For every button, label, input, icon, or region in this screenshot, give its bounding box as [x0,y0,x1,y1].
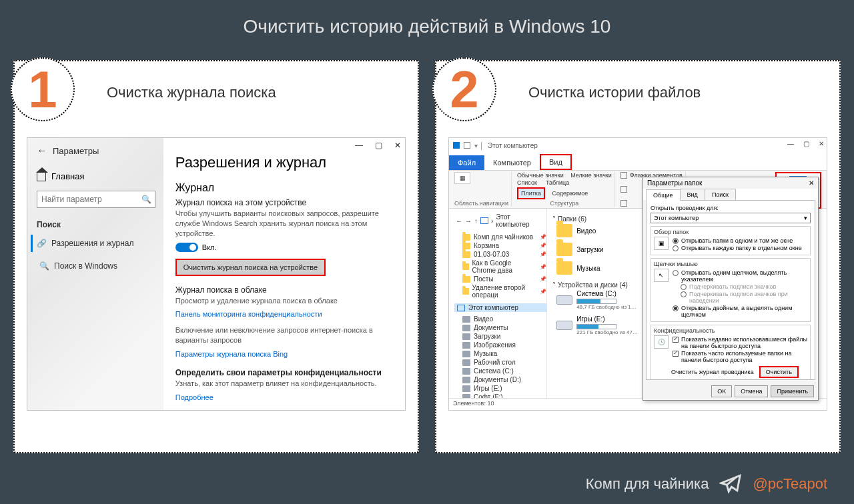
sidebar-item[interactable]: Система (C:) [454,367,546,375]
home-icon [37,172,46,181]
panel-2-title: Очистка истории файлов [528,84,827,101]
nav-item-label: Поиск в Windows [54,261,117,271]
sidebar-item[interactable]: Видео [454,315,546,323]
sidebar-item[interactable]: Документы [454,323,546,332]
explorer-sidebar[interactable]: ←→↑ › Этот компьютер Комп для чайников📌К… [449,209,547,398]
explorer-window-buttons[interactable]: — ▢ ✕ [787,140,824,147]
sidebar-item[interactable]: Софт (F:) [454,393,546,398]
radio-single-click[interactable]: Открывать одним щелчком, выделять указат… [673,269,807,283]
open-explorer-for-select[interactable]: Этот компьютер▾ [651,213,811,223]
page-title: Очистить историю действий в Windows 10 [244,16,611,37]
folder-icon [462,263,469,270]
drive-icon [462,325,470,331]
check-recent-files[interactable]: Показать недавно использовавшиеся файлы … [673,336,807,349]
link-more[interactable]: Подробнее [175,393,214,401]
sidebar-this-pc[interactable]: Этот компьютер [454,303,546,312]
device-journal-toggle[interactable]: Вкл. [175,243,396,252]
folder-icon [556,224,572,237]
pc-icon [480,217,488,224]
folder-icon [556,261,572,275]
tab-file[interactable]: Файл [449,155,484,170]
sidebar-item[interactable]: Изображения [454,341,546,349]
footer-text: Комп для чайника [586,475,709,493]
folder-options-dialog: Параметры папок ✕ Общие Вид Поиск Открыт… [643,177,819,401]
clear-device-journal-button[interactable]: Очистить журнал поиска на устройстве [175,259,326,276]
window-buttons[interactable]: — ▢ ✕ [355,141,401,150]
radio-same-window[interactable]: Открывать папки в одном и том же окне [673,237,807,244]
explorer-tabs: Файл Компьютер Вид [449,153,827,170]
back-arrow-icon: ← [37,145,47,157]
footer-handle[interactable]: @pcTeapot [753,475,827,493]
sidebar-item[interactable]: Комп для чайников📌 [454,233,546,241]
internet-search-desc: Включение или невключение запросов интер… [175,325,396,345]
radio-new-window[interactable]: Открывать каждую папку в отдельном окне [673,245,807,251]
layout-tiles-button[interactable]: Плитка [517,187,545,199]
nav-home[interactable]: Главная [37,171,155,181]
sidebar-item[interactable]: 01.03-07.03📌 [454,250,546,259]
close-icon[interactable]: ✕ [809,179,814,187]
sidebar-item[interactable]: Как в Google Chrome дава📌 [454,259,546,275]
open-explorer-for-label: Открыть проводник для: [651,205,719,211]
checkbox-icon[interactable] [620,172,627,179]
search-icon: 🔍 [141,195,151,204]
cloud-journal-heading: Журнал поиска в облаке [175,285,396,295]
journal-heading: Журнал [175,182,396,194]
clear-explorer-journal-button[interactable]: Очистить [759,366,799,378]
dialog-tab-search[interactable]: Поиск [705,189,736,200]
dialog-title: Параметры папок [647,179,702,187]
sidebar-item[interactable]: Игры (E:) [454,384,546,393]
minimize-icon[interactable]: — [355,141,363,150]
check-frequent-folders[interactable]: Показать часто используемые папки на пан… [673,350,807,363]
nav-item-permissions[interactable]: 🔗 Разрешения и журнал [31,235,155,252]
link-icon: 🔗 [37,239,46,248]
settings-h2: Разрешения и журнал [175,154,396,171]
settings-search[interactable]: 🔍 [37,191,155,208]
settings-back-row[interactable]: ← Параметры [37,145,155,157]
dialog-tab-view[interactable]: Вид [680,189,705,200]
panel-search-history: 1 Очистка журнала поиска ← Параметры Гла… [13,60,419,453]
apply-button[interactable]: Применить [771,385,814,397]
drive-icon [462,368,470,375]
nav-item-search-windows[interactable]: 🔍 Поиск в Windows [37,257,155,275]
cancel-button[interactable]: Отмена [735,385,768,397]
step-badge-2: 2 [432,57,496,121]
explorer-titlebar: ▾ │ Этот компьютер [449,138,827,153]
sidebar-item[interactable]: Рабочий стол [454,358,546,367]
nav-pane-icon[interactable]: ▦ [454,172,470,184]
minimize-icon[interactable]: — [787,140,794,147]
ribbon-group-layout: Обычные значки Мелкие значки Список Табл… [514,172,615,207]
sidebar-item[interactable]: Документы (D:) [454,375,546,384]
cloud-journal-desc: Просмотр и удаление журнала поиска в обл… [175,296,396,306]
sidebar-item[interactable]: Загрузки [454,332,546,341]
drive-icon [462,316,470,323]
settings-main: — ▢ ✕ Разрешения и журнал Журнал Журнал … [163,138,405,410]
drive-icon [462,333,470,340]
link-bing-settings[interactable]: Параметры журнала поиска Bing [175,350,288,358]
panel-file-history: 2 Очистка истории файлов — ▢ ✕ ▾ │ Этот … [435,60,841,453]
settings-search-input[interactable] [41,195,141,204]
close-icon[interactable]: ✕ [819,140,824,147]
close-icon[interactable]: ✕ [394,141,401,150]
explorer-icon [453,142,460,149]
radio-double-click[interactable]: Открывать двойным, а выделять одним щелч… [673,305,807,318]
nav-item-label: Разрешения и журнал [51,239,134,248]
privacy-heading: Определить свои параметры конфиденциальн… [175,368,396,377]
ok-button[interactable]: OK [711,385,732,397]
link-privacy-panel[interactable]: Панель мониторинга конфиденциальности [175,310,322,318]
sidebar-item[interactable]: Посты📌 [454,275,546,283]
sidebar-item[interactable]: Удаление второй операци📌 [454,283,546,299]
privacy-desc: Узнать, как этот параметр влияет на конф… [175,379,396,389]
radio-underline-hover: Подчеркивать подписи значков при наведен… [681,291,807,304]
maximize-icon[interactable]: ▢ [803,140,809,147]
tab-view[interactable]: Вид [540,154,572,170]
search-icon: 🔍 [39,261,49,271]
device-journal-desc: Чтобы улучшить варианты поисковых запрос… [175,209,396,239]
maximize-icon[interactable]: ▢ [375,141,382,150]
sidebar-item[interactable]: Корзина📌 [454,241,546,250]
nav-home-label: Главная [51,171,84,181]
drive-icon [556,295,572,305]
sidebar-item[interactable]: Музыка [454,349,546,358]
tab-computer[interactable]: Компьютер [484,155,540,170]
settings-nav: ← Параметры Главная 🔍 Поиск 🔗 Разрешения… [27,138,163,410]
dialog-tab-general[interactable]: Общие [646,189,681,201]
